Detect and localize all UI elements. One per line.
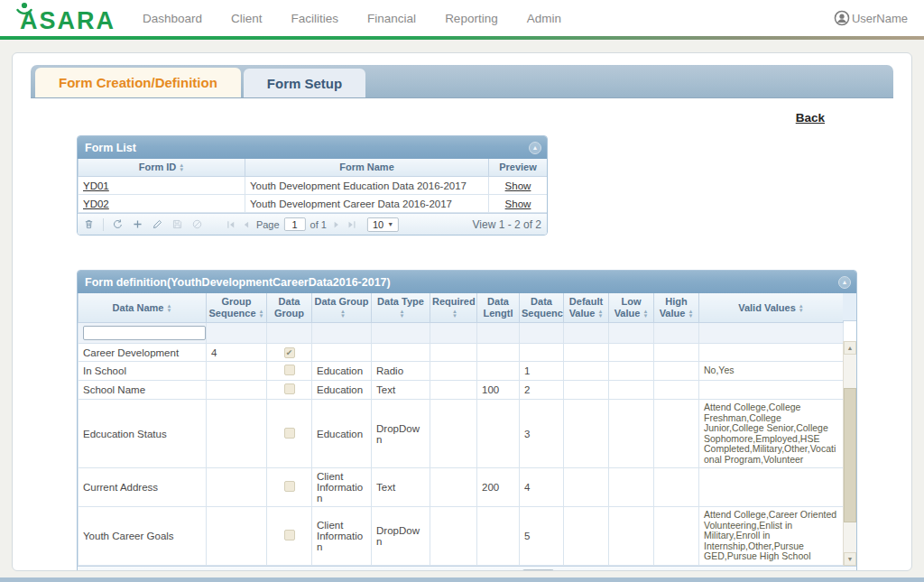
nav-item-dashboard[interactable]: Dashboard [143, 12, 202, 25]
column-header-data-group[interactable]: Data Group [267, 293, 312, 323]
edit-icon[interactable] [152, 571, 163, 572]
data-group-checkbox[interactable] [284, 530, 295, 540]
default-value-cell [564, 344, 609, 362]
page-number-input[interactable] [284, 217, 306, 231]
default-value-cell [564, 507, 609, 566]
data-group-cell: Client Information [312, 507, 372, 566]
data-sequence-cell: 2 [520, 381, 564, 400]
data-group-checkbox[interactable]: ✔ [284, 347, 295, 358]
nav-item-facilities[interactable]: Facilities [291, 12, 339, 25]
back-link[interactable]: Back [796, 111, 825, 125]
form-definition-row: Current AddressClient InformationText200… [79, 468, 844, 507]
first-page-icon[interactable] [226, 219, 236, 230]
data-length-cell: 100 [477, 381, 520, 400]
delete-icon[interactable] [83, 571, 95, 572]
form-definition-title-bar: Form definition(YouthDevelopmentCareerDa… [78, 271, 856, 293]
data-type-cell: Text [372, 468, 430, 507]
form-definition-row: In SchoolEducationRadio1No,Yes [79, 362, 844, 381]
column-header-preview[interactable]: Preview [489, 159, 548, 177]
preview-show-link[interactable]: Show [505, 199, 531, 209]
column-header-low-value[interactable]: Low Value▲▼ [609, 293, 654, 323]
data-length-cell [477, 344, 520, 362]
data-sequence-cell [520, 344, 564, 362]
column-header-data-group[interactable]: Data Group▲▼ [312, 293, 372, 323]
refresh-icon[interactable] [112, 218, 124, 230]
data-group-checkbox[interactable] [284, 481, 295, 492]
scroll-down-icon[interactable]: ▼ [844, 552, 856, 566]
column-header-group-sequence[interactable]: Group Sequence▲▼ [207, 293, 267, 323]
column-header-required[interactable]: Required▲▼ [430, 293, 477, 323]
scroll-up-icon[interactable]: ▲ [844, 341, 856, 355]
column-header-valid-values[interactable]: Valid Values▲▼ [699, 293, 844, 323]
nav-item-reporting[interactable]: Reporting [445, 12, 498, 25]
save-icon[interactable] [171, 218, 183, 230]
collapse-panel-icon[interactable]: ▲ [529, 142, 541, 154]
data-group-checkbox[interactable] [284, 428, 295, 439]
group-sequence-cell [207, 381, 267, 400]
delete-icon[interactable] [83, 218, 95, 230]
vertical-scrollbar[interactable]: ▲ ▼ [843, 341, 856, 566]
data-type-cell [372, 344, 430, 362]
column-header-data-sequenc[interactable]: Data Sequenc [520, 293, 564, 323]
form-name-cell: Youth Development Education Data 2016-20… [245, 177, 489, 195]
edit-icon[interactable] [152, 218, 163, 230]
sort-icon: ▲▼ [259, 309, 264, 319]
data-length-cell [477, 507, 520, 566]
nav-item-client[interactable]: Client [231, 12, 263, 25]
column-header-high-value[interactable]: High Value▲▼ [654, 293, 699, 323]
column-header-default-value[interactable]: Default Value▲▼ [564, 293, 609, 323]
sort-icon: ▲▼ [688, 309, 693, 319]
column-header-data-type[interactable]: Data Type▲▼ [372, 293, 430, 323]
nav-item-admin[interactable]: Admin [527, 12, 561, 25]
content-panel: Form Creation/Definition Form Setup Back… [12, 52, 912, 571]
add-icon[interactable] [132, 218, 143, 230]
scrollbar-track[interactable] [844, 355, 856, 552]
filter-row [79, 323, 844, 344]
next-page-icon[interactable] [331, 219, 342, 230]
tab-form-creation-definition[interactable]: Form Creation/Definition [35, 68, 241, 97]
required-cell [430, 507, 477, 566]
high-value-cell [654, 344, 699, 362]
prev-page-icon[interactable] [241, 219, 252, 230]
nav-item-financial[interactable]: Financial [367, 12, 416, 25]
group-sequence-cell: 4 [207, 344, 267, 362]
form-definition-row: Youth Career GoalsClient InformationDrop… [79, 507, 844, 566]
data-group-cell: Education [312, 400, 372, 468]
data-sequence-cell: 5 [520, 507, 564, 566]
form-list-title: Form List [85, 142, 136, 154]
form-id-link[interactable]: YD02 [83, 199, 109, 209]
column-header-form-name[interactable]: Form Name [245, 159, 489, 177]
form-id-link[interactable]: YD01 [83, 180, 109, 191]
cancel-icon[interactable] [191, 571, 203, 572]
user-icon [834, 10, 850, 26]
tab-form-setup[interactable]: Form Setup [244, 69, 365, 97]
page-number-input[interactable] [439, 570, 460, 572]
preview-show-link[interactable]: Show [505, 180, 531, 191]
asara-logo[interactable]: ASARA [16, 2, 116, 34]
column-header-data-name[interactable]: Data Name▲▼ [79, 293, 207, 323]
refresh-icon[interactable] [112, 571, 124, 572]
add-icon[interactable] [132, 571, 143, 572]
data-group-checkbox[interactable] [284, 383, 295, 394]
scrollbar-thumb[interactable] [844, 388, 856, 522]
footer-accent-bar [0, 577, 924, 582]
column-header-data-lengtl[interactable]: Data Lengtl [477, 293, 520, 323]
column-header-form-id[interactable]: Form ID▲▼ [79, 159, 245, 177]
low-value-cell [609, 381, 654, 400]
data-name-filter-input[interactable] [83, 326, 206, 340]
form-definition-row: Edcucation StatusEducationDropDown3Atten… [79, 400, 844, 468]
page-size-select[interactable]: 10▼ [522, 569, 553, 571]
last-page-icon[interactable] [346, 219, 357, 230]
page-size-select[interactable]: 10▼ [367, 217, 399, 232]
form-definition-panel: Form definition(YouthDevelopmentCareerDa… [77, 270, 857, 571]
group-sequence-cell [207, 400, 267, 468]
cancel-icon[interactable] [191, 218, 203, 230]
data-group-checkbox[interactable] [284, 365, 295, 375]
collapse-panel-icon[interactable]: ▲ [838, 276, 851, 289]
form-list-pager: Pageof 110▼ View 1 - 2 of 2 [78, 213, 547, 235]
user-menu[interactable]: UserName [834, 10, 908, 26]
data-sequence-cell: 1 [520, 362, 564, 381]
save-icon[interactable] [171, 571, 183, 572]
form-list-title-bar: Form List ▲ [78, 136, 547, 159]
sort-icon: ▲▼ [452, 309, 457, 319]
